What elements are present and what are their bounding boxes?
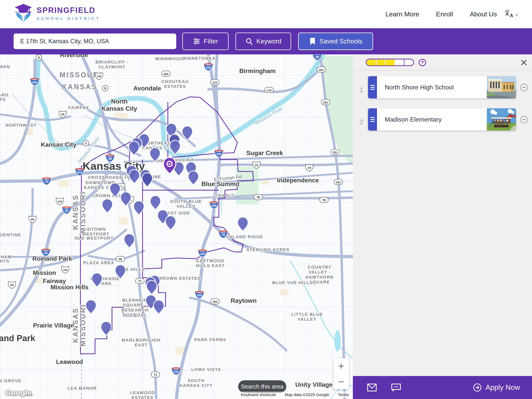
rank-number: 2	[358, 118, 365, 126]
chat-icon[interactable]	[391, 383, 401, 392]
mail-icon[interactable]	[367, 383, 377, 392]
map-label: FS	[0, 97, 6, 102]
language-selector[interactable]: A ⌄	[504, 9, 519, 18]
logo-text: SPRINGFIELD SCHOOL DISTRICT	[37, 6, 100, 21]
nav-about-us[interactable]: About Us	[470, 10, 497, 18]
map-label: PLAZA AREA	[83, 260, 114, 265]
saved-schools-list: 1North Shore High School2Madison Element…	[353, 71, 532, 135]
remove-school-button[interactable]	[520, 83, 528, 91]
svg-text:435: 435	[173, 370, 178, 373]
search-icon	[245, 37, 253, 45]
search-this-area-button[interactable]: Search this area	[238, 380, 286, 393]
map-label: WINNETONKA	[182, 56, 215, 61]
route-shield: 210	[265, 87, 273, 93]
svg-text:435: 435	[206, 66, 211, 69]
map-label: ARGENTINE	[0, 232, 21, 237]
logo-icon	[14, 3, 33, 23]
school-card[interactable]: Madison Elementary	[368, 108, 516, 130]
progress-tick	[394, 59, 395, 65]
zoom-out-button[interactable]: −	[333, 374, 349, 389]
svg-text:69: 69	[61, 113, 64, 116]
map-label: CHOUTEAUESTATES	[161, 79, 189, 89]
route-shield: 291	[334, 179, 343, 185]
saved-progress-bar	[366, 59, 414, 66]
route-shield: 291	[331, 149, 339, 155]
map-label: Kansas City	[41, 141, 76, 148]
map-label: BRIARCLIFF -CLAYMONT	[95, 60, 128, 69]
svg-text:71: 71	[154, 373, 157, 376]
map-label: Prairie Village	[33, 322, 74, 329]
google-logo: Google	[5, 389, 32, 397]
keyword-button[interactable]: Keyword	[235, 32, 291, 50]
keyboard-shortcuts-link[interactable]: Keyboard shortcuts	[241, 392, 276, 397]
route-shield: 71	[136, 278, 144, 284]
map-label: Unity Village	[295, 381, 332, 388]
apply-now-button[interactable]: Apply Now	[473, 383, 520, 392]
map-zoom-control: + −	[333, 358, 349, 389]
map-label: Blue Summit	[201, 180, 240, 187]
map-toolbar: Filter Keyword Saved Schools	[0, 28, 532, 54]
action-bar: Apply Now	[353, 376, 532, 399]
map-label: Riverside	[60, 54, 88, 58]
svg-text:169: 169	[97, 75, 101, 78]
svg-text:635: 635	[32, 81, 37, 84]
svg-text:291: 291	[323, 101, 328, 104]
svg-text:35: 35	[65, 209, 69, 212]
translate-icon: A	[504, 9, 513, 18]
saved-schools-panel: ? 1North Shore High School2Madison Eleme…	[353, 54, 532, 376]
address-search-input[interactable]	[14, 33, 176, 49]
map-label: MAN	[0, 64, 10, 69]
map-label: Fairway	[43, 277, 66, 284]
svg-text:670: 670	[77, 171, 82, 174]
progress-tick	[385, 59, 386, 65]
map-data-copyright: Map data ©2025 Google	[285, 392, 329, 397]
svg-text:435: 435	[197, 294, 202, 297]
nav-enroll[interactable]: Enroll	[436, 10, 453, 18]
map-label: 23rd St S	[215, 193, 234, 198]
main-nav: Learn More Enroll About Us	[385, 0, 497, 28]
svg-text:35: 35	[108, 157, 112, 161]
map-label: Raytown	[231, 297, 256, 304]
map-label: rland Park	[0, 333, 35, 343]
svg-text:71: 71	[138, 280, 142, 283]
map-canvas[interactable]: RiversideMANAROFSBRIARCLIFF -CLAYMONTMIS…	[0, 54, 353, 399]
drag-handle-icon[interactable]	[368, 108, 377, 130]
progress-tick	[376, 59, 376, 65]
school-card[interactable]: North Shore High School	[368, 76, 516, 98]
saved-school-row: 1North Shore High School	[353, 76, 532, 103]
svg-text:A: A	[510, 13, 513, 18]
district-logo[interactable]: SPRINGFIELD SCHOOL DISTRICT	[14, 3, 100, 23]
svg-text:70: 70	[222, 233, 225, 237]
top-header: SPRINGFIELD SCHOOL DISTRICT Learn More E…	[0, 0, 532, 28]
route-shield: 291	[317, 67, 326, 72]
help-icon[interactable]: ?	[419, 59, 426, 66]
saved-schools-button[interactable]: Saved Schools	[298, 32, 373, 50]
route-shield: 269	[162, 71, 170, 76]
map-label: EASTWOODHILLS EAST	[196, 258, 225, 268]
drag-handle-icon[interactable]	[368, 76, 377, 98]
terms-link[interactable]: Terms	[338, 392, 349, 397]
svg-text:169: 169	[63, 269, 68, 271]
svg-text:291: 291	[319, 68, 324, 71]
remove-school-button[interactable]	[520, 116, 528, 124]
close-icon[interactable]	[520, 59, 527, 66]
svg-text:169: 169	[58, 200, 62, 203]
zoom-in-button[interactable]: +	[333, 358, 349, 374]
route-shield: 56	[116, 256, 125, 262]
map-label: Avondale	[133, 85, 161, 92]
svg-text:9: 9	[38, 56, 40, 59]
svg-text:70: 70	[45, 180, 49, 184]
map-label: KANSAS	[71, 194, 79, 230]
logo-subtitle: SCHOOL DISTRICT	[37, 16, 100, 21]
progress-fill	[367, 59, 394, 65]
route-shield: 210	[210, 79, 219, 85]
map-graphics: RiversideMANAROFSBRIARCLIFF -CLAYMONTMIS…	[0, 54, 353, 399]
route-shield: 350	[211, 299, 219, 304]
map-label: PARK FARMS	[194, 337, 226, 342]
nav-learn-more[interactable]: Learn More	[385, 10, 419, 18]
route-shield: 78	[320, 197, 328, 203]
map-label: LEA MANOR	[68, 386, 97, 391]
map-label: BLENHEIMSQUARE -RESEARCHHOSPITAL	[121, 298, 148, 317]
app-window: SPRINGFIELD SCHOOL DISTRICT Learn More E…	[0, 0, 532, 399]
filter-button[interactable]: Filter	[182, 32, 229, 50]
